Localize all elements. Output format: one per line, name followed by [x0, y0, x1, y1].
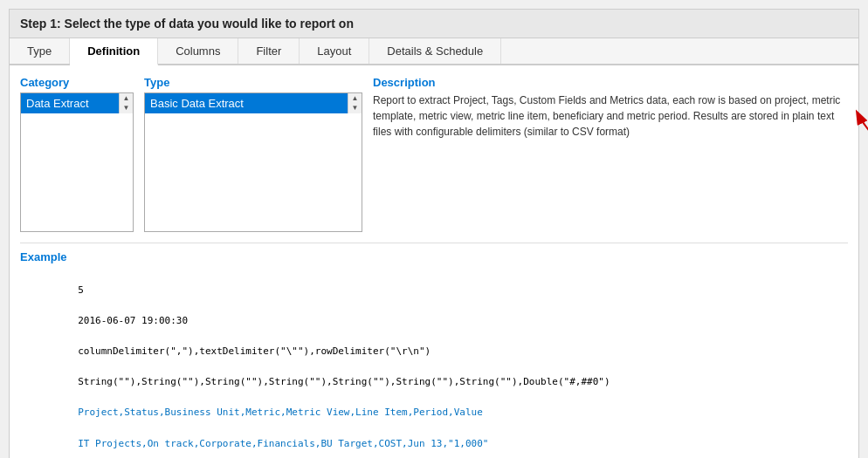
- tab-type[interactable]: Type: [10, 38, 70, 64]
- type-column: Type Basic Data Extract ▲ ▼: [144, 76, 362, 232]
- description-label: Description: [373, 76, 848, 89]
- top-section: Category Data Extract ▲ ▼: [20, 76, 848, 232]
- type-scroll-up[interactable]: ▲: [352, 95, 359, 102]
- tab-filter[interactable]: Filter: [238, 38, 300, 64]
- category-scroll-up[interactable]: ▲: [123, 95, 130, 102]
- description-text: Report to extract Project, Tags, Custom …: [373, 92, 848, 140]
- tab-columns[interactable]: Columns: [158, 38, 238, 64]
- tab-layout[interactable]: Layout: [300, 38, 369, 64]
- category-label: Category: [20, 76, 134, 89]
- tab-details-schedule[interactable]: Details & Schedule: [369, 38, 501, 64]
- step-header-text: Step 1: Select the type of data you woul…: [20, 17, 354, 31]
- type-label: Type: [144, 76, 362, 89]
- description-column: Description Report to extract Project, T…: [373, 76, 848, 232]
- arrow-to-description: [848, 102, 868, 181]
- main-panel: Step 1: Select the type of data you woul…: [9, 9, 859, 458]
- tabs-bar: Type Definition Columns Filter Layout De…: [10, 38, 858, 65]
- type-listbox[interactable]: Basic Data Extract ▲ ▼: [144, 92, 362, 232]
- tab-definition[interactable]: Definition: [70, 38, 158, 65]
- category-item-data-extract[interactable]: Data Extract: [21, 93, 119, 113]
- example-code: 5 2016-06-07 19:00:30 columnDelimiter(",…: [20, 267, 848, 458]
- content-area: Category Data Extract ▲ ▼: [10, 65, 858, 458]
- outer-wrapper: Step 1: Select the type of data you woul…: [0, 0, 868, 458]
- example-label: Example: [20, 250, 848, 263]
- category-scroll-down[interactable]: ▼: [123, 105, 130, 112]
- category-column: Category Data Extract ▲ ▼: [20, 76, 134, 232]
- step-header: Step 1: Select the type of data you woul…: [10, 10, 858, 38]
- type-scroll-down[interactable]: ▼: [352, 105, 359, 112]
- type-item-basic-data-extract[interactable]: Basic Data Extract: [145, 93, 348, 113]
- category-listbox[interactable]: Data Extract ▲ ▼: [20, 92, 134, 232]
- example-section: Example 5 2016-06-07 19:00:30 columnDeli…: [20, 243, 848, 458]
